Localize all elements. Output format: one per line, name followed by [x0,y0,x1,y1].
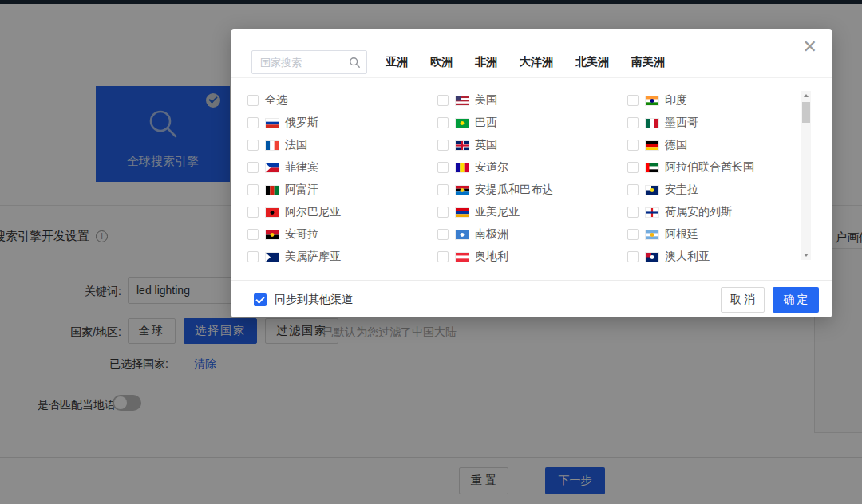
sync-label: 同步到其他渠道 [275,293,353,307]
flag-icon-阿根廷 [646,230,658,239]
country-item-安圭拉[interactable]: 安圭拉 [627,179,817,201]
country-item-奥地利[interactable]: 奥地利 [437,246,627,268]
country-item-俄罗斯[interactable]: 俄罗斯 [247,112,437,134]
sync-other-channels-checkbox[interactable]: 同步到其他渠道 [254,281,353,318]
flag-icon-俄罗斯 [266,119,279,128]
tab-南美洲[interactable]: 南美洲 [631,55,665,69]
country-label: 法国 [285,138,307,152]
country-checkbox[interactable] [627,251,639,262]
country-label: 英国 [475,138,497,152]
scrollbar[interactable] [801,91,811,260]
tab-北美洲[interactable]: 北美洲 [575,55,609,69]
country-checkbox[interactable] [247,162,259,173]
country-checkbox[interactable] [437,229,449,240]
country-label: 阿根廷 [665,227,698,242]
flag-icon-法国 [266,141,279,150]
select-all-label: 全选 [265,93,287,108]
country-label: 奥地利 [475,250,508,264]
country-label: 南极洲 [475,227,508,242]
country-checkbox[interactable] [627,207,639,218]
close-icon[interactable]: ✕ [803,38,817,56]
flag-icon-英国 [456,141,469,150]
flag-icon-墨西哥 [646,119,658,128]
country-item-安提瓜和巴布达[interactable]: 安提瓜和巴布达 [437,179,627,201]
tab-大洋洲[interactable]: 大洋洲 [520,55,553,69]
country-item-美国[interactable]: 美国 [437,89,627,112]
country-label: 美国 [475,93,497,108]
cancel-button[interactable]: 取消 [721,287,765,313]
country-item-荷属安的列斯[interactable]: 荷属安的列斯 [627,201,817,223]
country-checkbox[interactable] [627,162,639,173]
country-checkbox[interactable] [247,95,259,106]
country-checkbox[interactable] [627,95,639,106]
country-item-阿拉伯联合酋长国[interactable]: 阿拉伯联合酋长国 [627,156,817,179]
country-item-墨西哥[interactable]: 墨西哥 [627,112,817,134]
tab-亚洲[interactable]: 亚洲 [386,55,408,69]
country-checkbox[interactable] [247,184,259,195]
country-item-阿富汗[interactable]: 阿富汗 [247,179,437,201]
country-checkbox[interactable] [437,207,449,218]
country-checkbox[interactable] [247,229,259,240]
country-item-澳大利亚[interactable]: 澳大利亚 [627,246,817,268]
tab-欧洲[interactable]: 欧洲 [430,55,453,69]
country-label: 安道尔 [475,160,508,175]
country-checkbox[interactable] [627,117,639,128]
country-label: 荷属安的列斯 [665,205,732,219]
country-label: 德国 [665,138,687,152]
country-checkbox[interactable] [247,207,259,218]
country-checkbox[interactable] [437,117,449,128]
flag-icon-菲律宾 [266,163,279,172]
modal-footer: 同步到其他渠道 取消 确定 [231,280,832,317]
flag-icon-巴西 [456,119,469,128]
flag-icon-德国 [646,141,658,150]
flag-icon-阿拉伯联合酋长国 [646,163,658,172]
country-checkbox[interactable] [437,251,449,262]
flag-icon-澳大利亚 [646,253,658,262]
confirm-button[interactable]: 确定 [773,287,819,313]
country-checkbox[interactable] [247,117,259,128]
country-item-德国[interactable]: 德国 [627,134,817,156]
country-grid: 全选美国印度俄罗斯巴西墨西哥法国英国德国菲律宾安道尔阿拉伯联合酋长国阿富汗安提瓜… [247,89,817,268]
flag-icon-亚美尼亚 [456,208,469,217]
scroll-down-icon[interactable] [804,254,809,257]
country-label: 安圭拉 [665,183,698,197]
country-label: 墨西哥 [665,116,698,130]
country-item-南极洲[interactable]: 南极洲 [437,223,627,246]
scrollbar-thumb[interactable] [802,102,810,123]
select-all-item[interactable]: 全选 [247,89,437,112]
country-checkbox[interactable] [437,95,449,106]
country-label: 安提瓜和巴布达 [475,183,553,197]
country-label: 美属萨摩亚 [285,250,341,264]
checkbox-checked-icon[interactable] [254,293,267,306]
country-checkbox[interactable] [437,140,449,151]
country-checkbox[interactable] [627,229,639,240]
country-item-美属萨摩亚[interactable]: 美属萨摩亚 [247,246,437,268]
country-checkbox[interactable] [627,140,639,151]
country-item-菲律宾[interactable]: 菲律宾 [247,156,437,179]
flag-icon-阿尔巴尼亚 [266,208,279,217]
country-item-阿尔巴尼亚[interactable]: 阿尔巴尼亚 [247,201,437,223]
country-checkbox[interactable] [437,162,449,173]
flag-icon-美属萨摩亚 [266,253,279,262]
country-checkbox[interactable] [247,140,259,151]
country-item-安道尔[interactable]: 安道尔 [437,156,627,179]
scroll-up-icon[interactable] [804,94,809,97]
country-checkbox[interactable] [627,184,639,195]
country-item-印度[interactable]: 印度 [627,89,817,112]
country-checkbox[interactable] [437,184,449,195]
flag-icon-阿富汗 [266,186,279,195]
country-item-法国[interactable]: 法国 [247,134,437,156]
country-item-阿根廷[interactable]: 阿根廷 [627,223,817,246]
search-icon [349,57,361,69]
country-item-亚美尼亚[interactable]: 亚美尼亚 [437,201,627,223]
country-checkbox[interactable] [247,251,259,262]
country-label: 巴西 [475,116,497,130]
country-label: 阿富汗 [285,183,318,197]
country-item-安哥拉[interactable]: 安哥拉 [247,223,437,246]
country-item-英国[interactable]: 英国 [437,134,627,156]
country-item-巴西[interactable]: 巴西 [437,112,627,134]
flag-icon-安圭拉 [646,186,658,195]
country-label: 阿尔巴尼亚 [285,205,341,219]
tab-非洲[interactable]: 非洲 [475,55,497,69]
country-label: 亚美尼亚 [475,205,520,219]
